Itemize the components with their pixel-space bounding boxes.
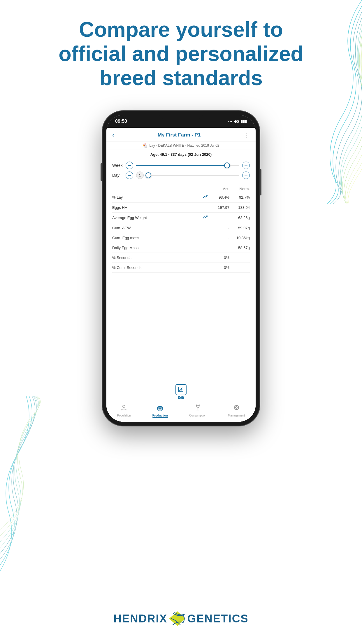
headline-line3: breed standards <box>99 66 263 90</box>
age-text: Age: 49.1 - 337 days (02 Jun 2020) <box>150 152 212 157</box>
phone-screen: 09:50 ▪▪▪ 4G ▮▮▮ ‹ My First Farm - P1 ⋮ … <box>106 115 256 422</box>
nav-item-consumption[interactable]: Consumption <box>189 404 206 418</box>
app-header: ‹ My First Farm - P1 ⋮ <box>106 128 256 141</box>
row-actual-aew: - <box>209 216 229 220</box>
row-label-lay: % Lay <box>112 195 202 200</box>
week-minus-button[interactable]: − <box>126 162 133 169</box>
svg-point-5 <box>158 407 159 410</box>
bg-decoration-bottom-left <box>0 396 111 571</box>
week-label: Week <box>112 163 123 168</box>
row-actual-lay: 93.4% <box>209 195 229 200</box>
table-row: Average Egg Weight - 63.26g <box>112 213 250 223</box>
week-slider-row: Week − + <box>112 162 250 169</box>
week-slider-fill <box>136 165 227 166</box>
row-norm-lay: 92.7% <box>229 195 250 200</box>
battery-icon: ▮▮▮ <box>241 119 247 124</box>
status-icons: ▪▪▪ 4G ▮▮▮ <box>228 119 247 124</box>
nav-label-production: Production <box>152 414 168 417</box>
flock-icon: 🐔 <box>143 143 147 148</box>
svg-point-6 <box>161 407 162 410</box>
week-slider-track[interactable] <box>136 165 239 166</box>
network-type: 4G <box>234 119 239 124</box>
management-nav-icon <box>233 404 240 413</box>
day-slider-track[interactable] <box>147 175 239 176</box>
row-actual-pct-seconds: 0% <box>209 256 229 260</box>
week-plus-button[interactable]: + <box>242 162 250 169</box>
back-button[interactable]: ‹ <box>112 131 114 139</box>
row-label-pct-seconds: % Seconds <box>112 256 202 260</box>
row-label-aew: Average Egg Weight <box>112 216 202 220</box>
row-label-cum-egg-mass: Cum. Egg mass <box>112 236 202 240</box>
phone-notch <box>159 111 203 119</box>
row-label-daily-egg-mass: Daily Egg Mass <box>112 246 202 250</box>
flock-subtitle: 🐔 Lay - DEKALB WHITE - Hatched 2019 Jul … <box>106 141 256 150</box>
table-row: Cum. AEW - 59.07g <box>112 223 250 233</box>
day-slider-thumb <box>145 172 151 178</box>
phone-mockup: 09:50 ▪▪▪ 4G ▮▮▮ ‹ My First Farm - P1 ⋮ … <box>102 111 260 426</box>
row-actual-pct-cum-seconds: 0% <box>209 265 229 270</box>
svg-line-1 <box>181 389 182 390</box>
table-row: Eggs HH 197.97 183.94 <box>112 203 250 213</box>
day-plus-button[interactable]: + <box>242 172 250 179</box>
table-row: % Lay 93.4% 92.7% <box>112 192 250 203</box>
row-actual-cum-egg-mass: - <box>209 236 229 240</box>
edit-section: Edit <box>106 381 256 401</box>
col-header-actual: Act. <box>209 187 229 191</box>
row-label-pct-cum-seconds: % Cum. Seconds <box>112 265 202 270</box>
row-norm-daily-egg-mass: 58.67g <box>229 246 250 250</box>
col-header-norm: Norm. <box>229 187 250 191</box>
svg-point-2 <box>123 405 125 407</box>
table-row: Cum. Egg mass - 10.86kg <box>112 233 250 243</box>
row-norm-aew: 63.26g <box>229 216 250 220</box>
status-time: 09:50 <box>115 119 127 124</box>
age-bar: Age: 49.1 - 337 days (02 Jun 2020) <box>106 150 256 159</box>
headline-line1: Compare yourself to <box>79 18 283 41</box>
table-row: % Seconds 0% - <box>112 253 250 263</box>
logo-text-hendrix: HENDRIX <box>113 612 167 625</box>
row-norm-cum-egg-mass: 10.86kg <box>229 236 250 240</box>
svg-point-10 <box>236 407 237 408</box>
nav-item-population[interactable]: Population <box>117 404 131 418</box>
table-header: Act. Norm. <box>112 184 250 192</box>
day-minus-button[interactable]: − <box>126 172 133 179</box>
row-norm-pct-seconds: - <box>229 256 250 260</box>
nav-item-production[interactable]: Production <box>152 404 168 418</box>
headline-line2: official and personalized <box>59 42 303 65</box>
nav-item-management[interactable]: Management <box>228 404 245 418</box>
table-row: Daily Egg Mass - 58.67g <box>112 243 250 253</box>
day-value: 1 <box>136 172 144 179</box>
data-table: Act. Norm. % Lay 93.4% 92.7% <box>106 184 256 381</box>
phone-outer: 09:50 ▪▪▪ 4G ▮▮▮ ‹ My First Farm - P1 ⋮ … <box>102 111 260 426</box>
bottom-nav: Population Production <box>106 401 256 422</box>
menu-button[interactable]: ⋮ <box>244 132 250 139</box>
flock-info: Lay - DEKALB WHITE - Hatched 2019 Jul 02 <box>149 144 219 148</box>
nav-label-management: Management <box>228 414 245 417</box>
row-norm-eggs-hh: 183.94 <box>229 205 250 210</box>
row-norm-cum-aew: 59.07g <box>229 226 250 230</box>
row-label-cum-aew: Cum. AEW <box>112 226 202 230</box>
population-nav-icon <box>120 404 128 413</box>
nav-label-consumption: Consumption <box>189 414 206 417</box>
edit-icon <box>175 384 187 395</box>
row-actual-daily-egg-mass: - <box>209 246 229 250</box>
chart-icon-lay[interactable] <box>202 195 209 200</box>
row-label-eggs-hh: Eggs HH <box>112 205 202 210</box>
week-slider-thumb <box>224 162 230 168</box>
footer-logo: HENDRIX GENETICS <box>113 611 248 626</box>
slider-section: Week − + Day − 1 <box>106 159 256 184</box>
svg-point-9 <box>234 405 239 410</box>
app-content: ‹ My First Farm - P1 ⋮ 🐔 Lay - DEKALB WH… <box>106 128 256 422</box>
signal-icon: ▪▪▪ <box>228 119 232 124</box>
row-actual-eggs-hh: 197.97 <box>209 205 229 210</box>
logo-emblem <box>168 611 186 626</box>
consumption-nav-icon <box>194 404 202 413</box>
production-nav-icon <box>156 404 164 413</box>
day-label: Day <box>112 173 123 178</box>
table-row: % Cum. Seconds 0% - <box>112 263 250 273</box>
headline: Compare yourself to official and persona… <box>0 18 362 90</box>
row-actual-cum-aew: - <box>209 226 229 230</box>
edit-button[interactable]: Edit <box>106 384 256 399</box>
day-slider-row: Day − 1 + <box>112 172 250 179</box>
chart-icon-aew[interactable] <box>202 215 209 220</box>
edit-label: Edit <box>178 396 184 399</box>
